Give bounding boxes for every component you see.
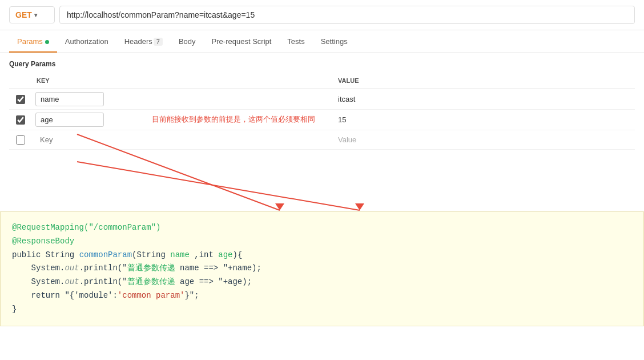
tab-authorization[interactable]: Authorization — [57, 30, 116, 53]
param-row-name: itcast — [9, 89, 635, 110]
param-value-name: itcast — [333, 92, 635, 106]
params-content: Query Params KEY VALUE itcast — [0, 53, 644, 157]
code-line-6: return "{'module':'common param'}"; — [12, 289, 632, 303]
param-key-age-input[interactable] — [35, 113, 104, 127]
params-table-header: KEY VALUE — [9, 73, 635, 89]
tab-prerequest[interactable]: Pre-request Script — [204, 30, 280, 53]
checkbox-empty-input[interactable] — [16, 135, 25, 145]
code-line-2: @ResponseBody — [12, 235, 632, 249]
svg-marker-1 — [275, 203, 284, 210]
code-line-3: public String commonParam(String name ,i… — [12, 249, 632, 262]
param-key-empty-input[interactable] — [35, 133, 81, 146]
param-row-age: 15 目前能接收到参数的前提是，这两个值必须要相同 — [9, 110, 635, 130]
code-line-7: } — [12, 303, 632, 317]
param-key-name-input[interactable] — [35, 92, 104, 106]
svg-line-2 — [77, 162, 360, 210]
param-checkbox-name[interactable] — [9, 91, 32, 107]
code-block: @RequestMapping("/commonParam") @Respons… — [0, 211, 644, 326]
tab-params[interactable]: Params — [9, 30, 57, 53]
code-line-1: @RequestMapping("/commonParam") — [12, 221, 632, 235]
param-key-name — [32, 89, 333, 109]
method-label: GET — [15, 10, 32, 19]
checkbox-name-input[interactable] — [16, 95, 25, 104]
params-dot — [45, 40, 49, 44]
param-value-age: 15 目前能接收到参数的前提是，这两个值必须要相同 — [333, 113, 635, 127]
code-line-4: System.out.println("普通参数传递 name ==> "+na… — [12, 262, 632, 275]
value-header: VALUE — [333, 75, 635, 86]
param-value-empty: Value — [333, 133, 635, 147]
tab-headers[interactable]: Headers7 — [116, 30, 171, 53]
param-checkbox-age[interactable] — [9, 112, 32, 128]
key-header: KEY — [32, 75, 333, 86]
annotation-text: 目前能接收到参数的前提是，这两个值必须要相同 — [152, 114, 315, 125]
tabs-bar: Params Authorization Headers7 Body Pre-r… — [0, 30, 644, 53]
param-row-empty: Value — [9, 130, 635, 150]
checkbox-age-input[interactable] — [16, 115, 25, 125]
tab-tests[interactable]: Tests — [279, 30, 312, 53]
code-line-5: System.out.println("普通参数传递 age ==> "+age… — [12, 275, 632, 289]
tab-body[interactable]: Body — [171, 30, 204, 53]
method-chevron: ▾ — [34, 12, 37, 18]
query-params-title: Query Params — [9, 60, 635, 68]
param-checkbox-empty[interactable] — [9, 132, 32, 148]
param-key-empty — [32, 130, 333, 149]
method-select[interactable]: GET ▾ — [9, 6, 55, 23]
url-input[interactable] — [59, 6, 635, 24]
svg-marker-3 — [355, 203, 364, 210]
tab-settings[interactable]: Settings — [313, 30, 356, 53]
url-bar: GET ▾ — [0, 0, 644, 30]
